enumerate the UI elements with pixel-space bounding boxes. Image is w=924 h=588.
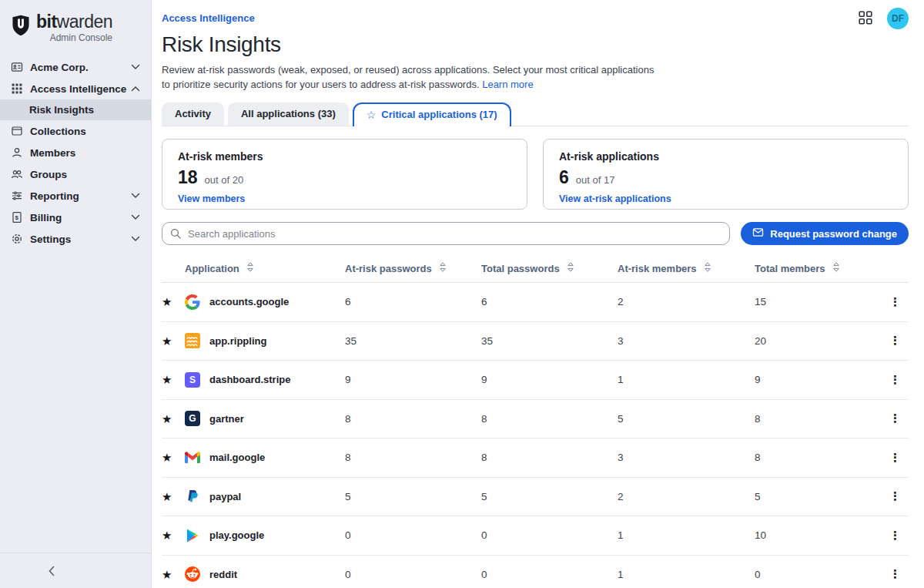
learn-more-link[interactable]: Learn more: [482, 79, 533, 90]
table-row[interactable]: ★ reddit 0 0 1 0 ⋮: [162, 556, 909, 588]
breadcrumb[interactable]: Access Intelligence: [162, 12, 255, 24]
total-members-value: 8: [755, 413, 874, 425]
sidebar-nav: Acme Corp. Access Intelligence Risk Insi…: [0, 56, 151, 250]
application-name: dashboard.stripe: [206, 374, 345, 385]
table-row[interactable]: ★ play.google 0 0 1 10 ⋮: [162, 516, 909, 556]
sidebar-item-billing[interactable]: $ Billing: [0, 207, 151, 228]
total-passwords-value: 35: [481, 335, 618, 347]
table-row[interactable]: ★ S dashboard.stripe 9 9 1 9 ⋮: [162, 361, 909, 400]
tab-critical-applications[interactable]: ☆ Critical applications (17): [353, 102, 511, 126]
row-options-button[interactable]: ⋮: [889, 295, 909, 309]
collapse-sidebar-button[interactable]: [44, 562, 59, 580]
column-header-total-members[interactable]: Total members: [755, 261, 874, 275]
member-icon: [11, 146, 23, 159]
favorite-star-icon[interactable]: ★: [162, 296, 185, 307]
avatar[interactable]: DF: [887, 8, 909, 29]
sidebar-item-groups[interactable]: Groups: [0, 163, 151, 185]
view-at-risk-applications-link[interactable]: View at-risk applications: [559, 193, 671, 204]
favorite-star-icon[interactable]: ★: [162, 529, 185, 541]
at-risk-members-value: 1: [618, 529, 755, 541]
search-input[interactable]: [162, 222, 730, 245]
at-risk-passwords-value: 0: [345, 529, 481, 541]
sidebar-item-organization[interactable]: Acme Corp.: [0, 56, 151, 78]
at-risk-members-value: 3: [618, 335, 755, 347]
sort-icon: [704, 261, 711, 275]
at-risk-applications-count: 6: [559, 167, 569, 188]
groups-icon: [11, 168, 23, 180]
row-options-button[interactable]: ⋮: [889, 451, 909, 465]
table-row[interactable]: ★ G gartner 8 8 5 8 ⋮: [162, 400, 909, 439]
sidebar-item-risk-insights[interactable]: Risk Insights: [0, 99, 151, 120]
request-password-change-button[interactable]: Request password change: [741, 222, 909, 245]
application-name: paypal: [206, 491, 345, 502]
row-options-button[interactable]: ⋮: [889, 373, 909, 387]
total-passwords-value: 5: [481, 491, 618, 502]
table-toolbar: Request password change: [162, 222, 909, 245]
favorite-star-icon[interactable]: ★: [162, 374, 185, 385]
favorite-star-icon[interactable]: ★: [162, 335, 185, 347]
reporting-icon: [11, 190, 23, 202]
total-members-value: 20: [755, 335, 874, 347]
column-header-total-passwords[interactable]: Total passwords: [481, 261, 618, 275]
total-members-value: 8: [755, 452, 874, 463]
total-passwords-value: 9: [481, 374, 618, 385]
table-row[interactable]: ★ paypal 5 5 2 5 ⋮: [162, 478, 909, 517]
gartner-icon: G: [185, 411, 200, 426]
favorite-star-icon[interactable]: ★: [162, 413, 185, 425]
app-window: bitwarden Admin Console Acme Corp. Acces…: [0, 0, 924, 588]
tab-activity[interactable]: Activity: [162, 102, 224, 126]
sidebar-item-members[interactable]: Members: [0, 142, 151, 163]
application-name: app.rippling: [206, 335, 345, 347]
applications-table: Application At-risk passwords Total pass…: [162, 253, 909, 588]
bitwarden-shield-icon: [11, 15, 31, 39]
application-name: gartner: [206, 413, 345, 425]
table-row[interactable]: ★ mail.google 8 8 3 8 ⋮: [162, 438, 909, 478]
favorite-star-icon[interactable]: ★: [162, 491, 185, 502]
at-risk-members-value: 2: [618, 491, 755, 502]
chevron-down-icon: [131, 236, 140, 242]
sidebar-item-access-intelligence[interactable]: Access Intelligence: [0, 78, 151, 99]
sidebar-item-reporting[interactable]: Reporting: [0, 185, 151, 207]
column-header-at-risk-members[interactable]: At-risk members: [618, 261, 755, 275]
at-risk-members-value: 3: [618, 452, 755, 463]
sort-icon: [567, 261, 574, 275]
column-header-at-risk-passwords[interactable]: At-risk passwords: [345, 261, 481, 275]
sidebar-item-settings[interactable]: Settings: [0, 228, 151, 250]
row-options-button[interactable]: ⋮: [889, 567, 909, 581]
application-name: play.google: [206, 529, 345, 541]
chevron-down-icon: [131, 64, 140, 70]
table-body: ★ accounts.google 6 6 2 15 ⋮ ★ app.rippl…: [162, 283, 909, 588]
application-name: reddit: [206, 569, 345, 580]
reddit-icon: [185, 566, 200, 582]
at-risk-members-value: 1: [618, 569, 755, 580]
column-header-application[interactable]: Application: [162, 261, 345, 275]
favorite-star-icon[interactable]: ★: [162, 452, 185, 463]
at-risk-members-count: 18: [178, 167, 198, 188]
row-options-button[interactable]: ⋮: [889, 334, 909, 348]
row-options-button[interactable]: ⋮: [889, 529, 909, 543]
page-description: Review at-risk passwords (weak, exposed,…: [162, 62, 909, 92]
sidebar: bitwarden Admin Console Acme Corp. Acces…: [0, 0, 152, 588]
table-row[interactable]: ★ accounts.google 6 6 2 15 ⋮: [162, 283, 909, 322]
total-members-value: 5: [755, 491, 874, 502]
at-risk-passwords-value: 9: [345, 374, 481, 385]
row-options-button[interactable]: ⋮: [889, 412, 909, 425]
product-switcher-button[interactable]: [856, 8, 875, 29]
gmail-icon: [185, 450, 200, 465]
chevron-down-icon: [131, 193, 140, 199]
total-members-value: 10: [755, 529, 874, 541]
sidebar-item-collections[interactable]: Collections: [0, 120, 151, 142]
row-options-button[interactable]: ⋮: [889, 489, 909, 503]
total-passwords-value: 6: [481, 296, 618, 307]
total-passwords-value: 0: [481, 569, 618, 580]
view-members-link[interactable]: View members: [178, 193, 245, 204]
at-risk-members-value: 2: [618, 296, 755, 307]
tab-all-applications[interactable]: All applications (33): [228, 102, 349, 126]
favorite-star-icon[interactable]: ★: [162, 569, 185, 580]
at-risk-applications-card: At-risk applications 6 out of 17 View at…: [543, 139, 909, 210]
at-risk-passwords-value: 0: [345, 569, 481, 580]
at-risk-passwords-value: 5: [345, 491, 481, 502]
star-outline-icon: ☆: [367, 109, 377, 120]
application-name: accounts.google: [206, 296, 345, 307]
table-row[interactable]: ★ app.rippling 35 35 3 20 ⋮: [162, 322, 909, 361]
